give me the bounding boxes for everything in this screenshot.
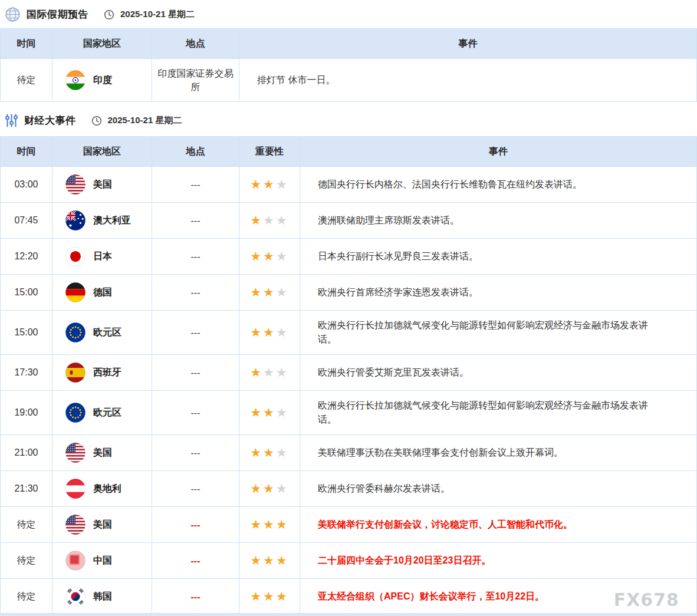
event-cell: 欧洲央行行长拉加德就气候变化与能源转型如何影响宏观经济与金融市场发表讲话。 [300,391,697,435]
event-row: 15:00德国---★★★欧洲央行首席经济学家连恩发表讲话。 [1,275,697,311]
importance-cell: ★★★ [239,355,300,391]
australia-flag-icon [65,210,86,230]
usa-flag-icon [65,174,86,195]
importance-cell: ★★★ [239,311,300,355]
star-icon: ★ [276,482,289,495]
country-name: 美国 [93,519,112,531]
watermark: FX678 [614,589,679,610]
country-name: 美国 [93,447,112,459]
importance-cell: ★★★ [239,275,300,311]
star-icon: ★ [263,482,276,495]
spain-flag-icon [65,363,86,383]
country-name: 美国 [93,179,112,191]
star-icon: ★ [263,325,276,339]
event-row: 待定美国---★★★美联储举行支付创新会议，讨论稳定币、人工智能和代币化。 [1,507,697,543]
event-row: 21:00美国---★★★美联储理事沃勒在美联储理事会支付创新会议上致开幕词。 [1,435,697,471]
events-section-date: 2025-10-21 星期二 [108,115,182,126]
column-header-location: 地点 [152,137,239,167]
event-row: 待定中国---★★★二十届四中全会于10月20日至23日召开。 [1,543,697,579]
time-cell: 12:20 [1,239,52,275]
country-cell: 德国 [52,275,152,311]
country-name: 澳大利亚 [93,215,131,227]
event-cell: 澳洲联储助理主席琼斯发表讲话。 [300,203,697,239]
star-icon: ★ [276,285,289,299]
event-cell: 欧洲央行管委艾斯克里瓦发表讲话。 [300,355,697,391]
star-icon: ★ [276,249,289,263]
country-name: 韩国 [93,591,112,603]
time-cell: 待定 [1,59,52,102]
bottom-table-edge [0,613,697,616]
country-name: 西班牙 [93,367,121,379]
star-icon: ★ [276,518,289,531]
clock-icon [104,9,114,20]
star-icon: ★ [250,406,263,419]
star-icon: ★ [276,177,289,191]
star-icon: ★ [276,589,289,603]
importance-cell: ★★★ [239,391,300,435]
star-icon: ★ [263,554,276,567]
country-cell: 韩国 [52,579,152,615]
event-cell: 美联储举行支付创新会议，讨论稳定币、人工智能和代币化。 [300,507,697,543]
events-section-title: 财经大事件 [24,114,76,127]
star-icon: ★ [263,177,276,191]
importance-cell: ★★★ [239,579,300,615]
star-icon: ★ [276,446,289,459]
column-header-time: 时间 [1,29,52,59]
time-cell: 待定 [1,543,52,579]
location-cell: --- [152,391,239,435]
country-cell: 日本 [52,239,152,275]
time-cell: 03:00 [1,167,52,203]
star-icon: ★ [263,406,276,419]
india-flag-icon [65,70,86,90]
table-header-row: 时间国家地区地点事件 [1,29,697,59]
event-row: 21:30奥地利---★★★欧洲央行管委科赫尔发表讲话。 [1,471,697,507]
star-icon: ★ [263,446,276,459]
event-row: 07:45澳大利亚---★★★澳洲联储助理主席琼斯发表讲话。 [1,203,697,239]
time-cell: 15:00 [1,311,52,355]
importance-cell: ★★★ [239,507,300,543]
country-cell: 奥地利 [52,471,152,507]
country-cell: 西班牙 [52,355,152,391]
column-header-country: 国家地区 [52,29,152,59]
country-name: 欧元区 [93,407,121,419]
event-cell: 欧洲央行行长拉加德就气候变化与能源转型如何影响宏观经济与金融市场发表讲话。 [300,311,697,355]
events-table: 时间国家地区地点重要性事件03:00美国---★★★德国央行行长内格尔、法国央行… [0,136,697,616]
usa-flag-icon [65,443,86,463]
star-icon: ★ [263,365,276,379]
star-icon: ★ [250,365,263,379]
eurozone-flag-icon [65,322,86,342]
holiday-section: 国际假期预告 2025-10-21 星期二 时间国家地区地点事件待定印度印度国家… [0,0,697,102]
country-cell: 美国 [52,167,152,203]
star-icon: ★ [250,482,263,495]
japan-flag-icon [65,246,86,266]
eurozone-flag-icon [65,403,86,423]
location-cell: --- [152,579,239,615]
country-name: 德国 [93,286,112,299]
event-row: 12:20日本---★★★日本央行副行长冰见野良三发表讲话。 [1,239,697,275]
sliders-icon [5,113,18,128]
event-cell: 德国央行行长内格尔、法国央行行长维勒鲁瓦在纽约发表讲话。 [300,167,697,203]
event-row: 17:30西班牙---★★★欧洲央行管委艾斯克里瓦发表讲话。 [1,355,697,391]
star-icon: ★ [250,285,263,299]
event-cell: 排灯节 休市一日。 [239,59,697,102]
country-cell: 欧元区 [52,391,152,435]
country-name: 印度 [93,74,112,87]
column-header-event: 事件 [300,137,697,167]
star-icon: ★ [263,518,276,531]
star-icon: ★ [263,249,276,263]
star-icon: ★ [250,518,263,531]
importance-cell: ★★★ [239,543,300,579]
event-row: 15:00欧元区---★★★欧洲央行行长拉加德就气候变化与能源转型如何影响宏观经… [1,311,697,355]
event-row: 03:00美国---★★★德国央行行长内格尔、法国央行行长维勒鲁瓦在纽约发表讲话… [1,167,697,203]
star-icon: ★ [263,589,276,603]
location-cell: --- [152,167,239,203]
location-cell: --- [152,203,239,239]
column-header-time: 时间 [1,137,52,167]
events-section: 财经大事件 2025-10-21 星期二 时间国家地区地点重要性事件03:00美… [0,102,697,616]
star-icon: ★ [250,554,263,567]
event-cell: 欧洲央行首席经济学家连恩发表讲话。 [300,275,697,311]
time-cell: 19:00 [1,391,52,435]
star-icon: ★ [250,249,263,263]
location-cell: --- [152,275,239,311]
star-icon: ★ [250,213,263,227]
